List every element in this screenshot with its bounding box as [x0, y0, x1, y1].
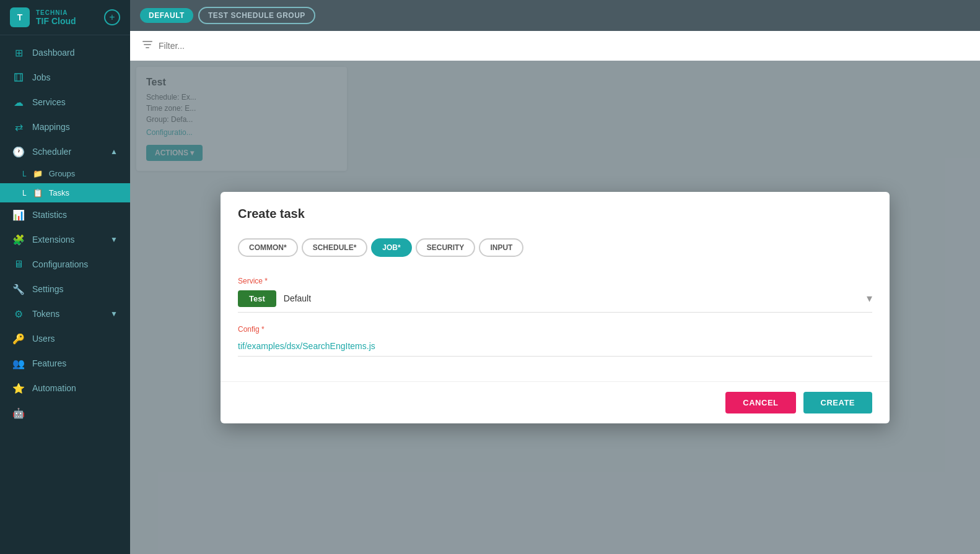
extensions-icon: 🧩 [12, 233, 25, 246]
sidebar-item-users[interactable]: 👥 Features [0, 351, 130, 376]
sidebar-brand: TECHNIA TIF Cloud [36, 9, 76, 26]
sidebar-item-services[interactable]: ☁ Services [0, 90, 130, 115]
modal-overlay: Create task COMMON* SCHEDULE* JOB* SECUR… [130, 61, 980, 554]
add-button[interactable]: + [104, 9, 120, 25]
app-logo: T [10, 7, 30, 27]
modal-tab-common[interactable]: COMMON* [238, 238, 298, 257]
service-name: Default [284, 293, 867, 303]
modal-title: Create task [238, 207, 872, 221]
sidebar-item-tasks[interactable]: L 📋 Tasks [0, 183, 130, 202]
service-field-group: Service * Test Default ▾ [238, 277, 872, 313]
content-panel: Test Schedule: Ex... Time zone: E... Gro… [130, 61, 980, 554]
tasks-folder-icon: 📋 [33, 188, 43, 197]
sidebar-item-tokens[interactable]: 🔑 Users [0, 326, 130, 351]
sidebar: T TECHNIA TIF Cloud + ⊞ Dashboard Jobs ☁… [0, 0, 130, 554]
create-button[interactable]: CREATE [803, 392, 872, 413]
sidebar-label-mappings: Mappings [32, 122, 70, 132]
modal-tab-schedule[interactable]: SCHEDULE* [302, 238, 368, 257]
sidebar-item-mappings[interactable]: ⇄ Mappings [0, 115, 130, 139]
brand-bottom: TIF Cloud [36, 16, 76, 26]
service-label: Service * [238, 277, 872, 285]
dashboard-icon: ⊞ [12, 46, 25, 59]
sidebar-label-tokens: Users [32, 334, 55, 344]
sidebar-label-users: Features [32, 358, 66, 368]
sidebar-item-monitor[interactable]: 🖥 Configurations [0, 252, 130, 277]
config-field-group: Config * [238, 325, 872, 357]
sidebar-header: T TECHNIA TIF Cloud + [0, 0, 130, 35]
main-area: DEFAULT TEST SCHEDULE GROUP Test Schedul… [130, 0, 980, 554]
sidebar-item-dashboard[interactable]: ⊞ Dashboard [0, 40, 130, 65]
scheduler-expand-icon: ▲ [110, 147, 118, 156]
settings-icon: ⚙ [12, 308, 25, 320]
sidebar-label-groups: Groups [49, 169, 76, 178]
sidebar-item-groups[interactable]: L 📁 Groups [0, 164, 130, 183]
modal-header: Create task [221, 192, 890, 231]
sidebar-label-services: Services [32, 97, 66, 107]
tokens-icon: 🔑 [12, 332, 25, 345]
sidebar-label-features: Automation [32, 383, 76, 393]
sidebar-label-tasks: Tasks [49, 188, 69, 197]
brand-top: TECHNIA [36, 9, 76, 16]
service-select-container[interactable]: Test Default ▾ [238, 290, 872, 313]
jobs-icon [12, 71, 25, 84]
sidebar-item-automation[interactable]: 🤖 [0, 400, 130, 425]
tasks-sub-icon: L [22, 189, 27, 197]
features-icon: ⭐ [12, 382, 25, 394]
users-icon: 👥 [12, 357, 25, 370]
config-label: Config * [238, 325, 872, 334]
groups-sub-icon: L [22, 170, 27, 178]
modal-body: Service * Test Default ▾ Config * [221, 264, 890, 381]
mappings-icon: ⇄ [12, 121, 25, 133]
sidebar-item-configurations[interactable]: 🔧 Settings [0, 277, 130, 301]
sidebar-label-configurations: Settings [32, 284, 64, 294]
create-task-modal: Create task COMMON* SCHEDULE* JOB* SECUR… [221, 192, 890, 423]
statistics-icon: 📊 [12, 209, 25, 221]
automation-icon: 🤖 [12, 407, 25, 419]
sidebar-item-statistics[interactable]: 📊 Statistics [0, 202, 130, 227]
sidebar-label-monitor: Configurations [32, 259, 88, 269]
sidebar-item-jobs[interactable]: Jobs [0, 65, 130, 90]
cancel-button[interactable]: CANCEL [725, 392, 795, 413]
tab-default[interactable]: DEFAULT [140, 8, 193, 23]
sidebar-label-statistics: Statistics [32, 210, 67, 220]
sidebar-item-scheduler[interactable]: 🕐 Scheduler ▲ [0, 139, 130, 164]
sidebar-label-dashboard: Dashboard [32, 48, 75, 58]
tab-test-schedule-group[interactable]: TEST SCHEDULE GROUP [198, 7, 315, 24]
services-icon: ☁ [12, 96, 25, 108]
filter-input[interactable] [159, 41, 968, 51]
settings-expand-icon: ▼ [110, 309, 118, 318]
sidebar-label-extensions: Extensions [32, 235, 74, 245]
top-tabs: DEFAULT TEST SCHEDULE GROUP [130, 0, 980, 31]
service-badge: Test [238, 290, 276, 307]
monitor-icon: 🖥 [12, 258, 25, 271]
modal-tabs: COMMON* SCHEDULE* JOB* SECURITY INPUT [221, 231, 890, 264]
extensions-expand-icon: ▼ [110, 235, 118, 244]
sidebar-item-extensions[interactable]: 🧩 Extensions ▼ [0, 227, 130, 252]
modal-tab-job[interactable]: JOB* [371, 238, 411, 257]
filter-bar [130, 31, 980, 61]
service-dropdown-arrow[interactable]: ▾ [867, 292, 872, 305]
groups-folder-icon: 📁 [33, 169, 43, 178]
sidebar-label-settings: Tokens [32, 309, 59, 319]
configurations-icon: 🔧 [12, 283, 25, 295]
modal-tab-input[interactable]: INPUT [479, 238, 523, 257]
scheduler-icon: 🕐 [12, 145, 25, 158]
sidebar-label-scheduler: Scheduler [32, 147, 71, 157]
sidebar-nav: ⊞ Dashboard Jobs ☁ Services ⇄ Mappings 🕐… [0, 35, 130, 554]
modal-tab-security[interactable]: SECURITY [416, 238, 476, 257]
filter-icon [142, 40, 152, 52]
config-input[interactable] [238, 339, 872, 357]
sidebar-item-settings[interactable]: ⚙ Tokens ▼ [0, 301, 130, 326]
sidebar-item-features[interactable]: ⭐ Automation [0, 376, 130, 400]
sidebar-label-jobs: Jobs [32, 72, 51, 82]
modal-footer: CANCEL CREATE [221, 381, 890, 423]
